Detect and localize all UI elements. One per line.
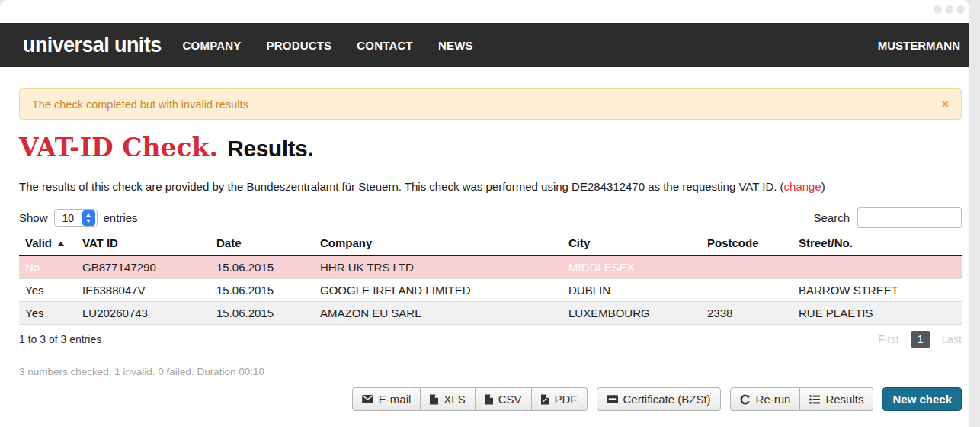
select-stepper-icon [82,210,95,226]
page-size-select[interactable]: 10 [54,209,98,227]
pdf-button[interactable]: PDF [532,387,588,411]
certificate-button[interactable]: Certificate (BZSt) [597,387,721,411]
cell-postcode [701,279,793,302]
pdf-file-icon [541,394,549,405]
search-label: Search [813,211,850,224]
description-text: The results of this check are provided b… [19,180,962,193]
close-icon[interactable]: × [942,98,949,111]
window-controls [934,5,965,14]
description-after: ) [821,180,825,193]
pagination-page-1[interactable]: 1 [911,331,930,348]
main-content: The check completed but with invalid res… [0,88,969,426]
pdf-button-label: PDF [555,393,578,406]
column-header-street[interactable]: Street/No. [793,233,962,255]
change-link[interactable]: change [784,180,821,193]
top-navigation: universal units COMPANY PRODUCTS CONTACT… [0,23,969,67]
warning-message: The check completed but with invalid res… [32,98,248,111]
list-icon [809,395,820,404]
file-icon [430,394,438,405]
xls-button[interactable]: XLS [421,387,475,411]
csv-button-label: CSV [498,393,522,406]
cell-date: 15.06.2015 [210,279,314,302]
cell-vat-id: IE6388047V [76,279,210,302]
column-header-vat-id[interactable]: VAT ID [76,233,210,255]
cell-company: AMAZON EU SARL [314,302,562,325]
entries-label: entries [104,211,138,224]
pagination: First 1 Last [879,331,962,348]
rerun-results-group: Re-run Results [730,387,874,411]
cell-vat-id: GB877147290 [76,255,210,279]
table-footer: 1 to 3 of 3 entries First 1 Last [19,331,962,348]
xls-button-label: XLS [444,393,465,406]
search-control: Search [813,207,962,228]
cell-valid: Yes [19,279,76,302]
cell-date: 15.06.2015 [210,255,314,279]
table-row: No GB877147290 15.06.2015 HHR UK TRS LTD… [19,255,962,279]
cell-city: DUBLIN [562,279,701,302]
cell-vat-id: LU20260743 [76,302,210,325]
cell-postcode: 2338 [701,302,793,325]
cell-company: HHR UK TRS LTD [314,255,562,279]
cell-city: LUXEMBOURG [562,302,701,325]
results-button-label: Results [825,393,863,406]
export-button-group: E-mail XLS [352,387,588,411]
table-controls: Show 10 entries Search [19,207,962,228]
check-summary: 3 numbers checked. 1 invalid. 0 failed. … [19,366,962,377]
show-label: Show [19,211,48,224]
file-icon [485,394,493,405]
results-button[interactable]: Results [800,387,873,411]
sort-ascending-icon [57,242,65,246]
new-check-button[interactable]: New check [882,387,962,411]
cell-company: GOOGLE IRELAND LIMITED [314,279,562,302]
cell-street: RUE PLAETIS [793,302,962,325]
cell-date: 15.06.2015 [210,302,314,325]
csv-button[interactable]: CSV [476,387,532,411]
user-menu[interactable]: MUSTERMANN [878,39,960,52]
nav-item-products[interactable]: PRODUCTS [267,39,332,52]
action-toolbar: E-mail XLS [19,387,962,411]
window-dot-icon [956,5,965,14]
pagination-last[interactable]: Last [942,333,962,345]
cell-valid: Yes [19,302,76,325]
column-header-valid-label: Valid [25,236,52,249]
rerun-button[interactable]: Re-run [730,387,801,411]
nav-item-contact[interactable]: CONTACT [357,39,413,52]
page-title: VAT-ID Check. Results. [19,135,962,160]
browser-window: universal units COMPANY PRODUCTS CONTACT… [0,0,969,427]
column-header-postcode[interactable]: Postcode [701,233,793,255]
page-size-value: 10 [56,212,82,224]
pagination-first[interactable]: First [879,333,899,345]
rerun-button-label: Re-run [756,393,791,406]
description-before: The results of this check are provided b… [19,180,784,193]
logo[interactable]: universal units [23,34,162,57]
nav-item-news[interactable]: NEWS [438,39,473,52]
cell-postcode [701,255,793,279]
show-entries-control: Show 10 entries [19,209,138,227]
warning-banner: The check completed but with invalid res… [19,88,962,120]
table-row: Yes IE6388047V 15.06.2015 GOOGLE IRELAND… [19,279,962,302]
cell-street [793,255,962,279]
search-input[interactable] [857,207,962,228]
cell-street: BARROW STREET [793,279,962,302]
cell-valid: No [19,255,76,279]
certificate-button-label: Certificate (BZSt) [623,393,711,406]
window-dot-icon [945,5,953,14]
table-row: Yes LU20260743 15.06.2015 AMAZON EU SARL… [19,302,962,325]
nav-links: COMPANY PRODUCTS CONTACT NEWS [183,39,473,52]
new-check-button-label: New check [892,393,952,406]
envelope-icon [362,395,373,403]
email-button-label: E-mail [379,393,412,406]
entries-info: 1 to 3 of 3 entries [19,333,101,345]
page-title-main: VAT-ID Check. [19,133,218,162]
results-table: Valid VAT ID Date Company City Postcode … [19,233,962,325]
column-header-valid[interactable]: Valid [19,233,76,255]
window-dot-icon [934,5,942,14]
refresh-icon [740,394,751,405]
column-header-date[interactable]: Date [210,233,314,255]
page-title-sub: Results. [227,136,313,161]
email-button[interactable]: E-mail [352,387,421,411]
column-header-city[interactable]: City [562,233,701,255]
nav-item-company[interactable]: COMPANY [183,39,242,52]
table-header-row: Valid VAT ID Date Company City Postcode … [19,233,962,255]
column-header-company[interactable]: Company [314,233,562,255]
